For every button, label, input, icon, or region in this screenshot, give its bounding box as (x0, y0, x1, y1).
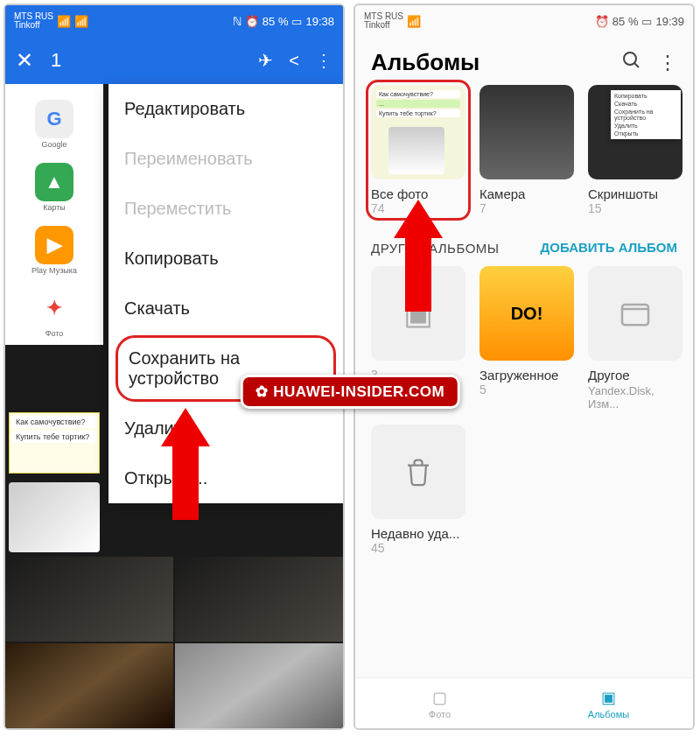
battery-text: 85 % (612, 15, 639, 28)
svg-line-1 (634, 63, 639, 67)
album-other[interactable]: Другое Yandex.Disk, Изм... (588, 266, 682, 411)
google-icon: G (35, 100, 74, 138)
photo-icon: ▢ (432, 688, 447, 707)
photo-grid (5, 557, 343, 728)
album-thumbnail: Копировать Скачать Сохранить на устройст… (588, 85, 682, 179)
annotation-arrow (394, 200, 443, 313)
selection-toolbar: ✕ 1 ✈ < ⋮ (5, 37, 343, 84)
cat-thumbnail[interactable] (9, 482, 100, 552)
add-album-button[interactable]: ДОБАВИТЬ АЛЬБОМ (541, 240, 677, 256)
photo-thumbnail[interactable] (5, 557, 173, 642)
album-title: Другое (588, 368, 682, 383)
album-recently-deleted[interactable]: Недавно уда... 45 (371, 425, 466, 555)
album-count: 5 (480, 383, 574, 397)
svg-rect-2 (622, 305, 648, 325)
app-photos[interactable]: ✦ Фото (5, 282, 103, 345)
annotation-arrow (161, 408, 210, 522)
album-count: 15 (588, 201, 682, 215)
album-title: Камера (480, 186, 574, 201)
album-title: Загруженное (480, 368, 574, 383)
phone-left: MTS RUS Tinkoff 📶 📶 ℕ ⏰ 85 % ▭ 19:38 ✕ 1… (4, 4, 345, 730)
photo-thumbnail[interactable] (175, 557, 343, 642)
menu-open[interactable]: Открыть... (108, 453, 343, 503)
nfc-icon: ℕ (233, 15, 242, 28)
albums-header: Альбомы ⋮ (355, 37, 693, 85)
menu-move[interactable]: Переместить (108, 184, 343, 234)
photos-icon: ✦ (35, 289, 74, 327)
mini-menu: Копировать Скачать Сохранить на устройст… (611, 90, 681, 139)
apps-column: G Google ▲ Карты ▶ Play Музыка ✦ Фото (5, 84, 103, 345)
share-icon[interactable]: < (289, 51, 299, 71)
selection-count: 1 (51, 49, 242, 72)
bottom-nav: ▢ Фото ▣ Альбомы (355, 677, 693, 728)
signal-icon: 📶 (407, 15, 421, 28)
trash-icon (371, 425, 466, 519)
album-all-photos[interactable]: Как самочувствие? ... Купить тебе тортик… (371, 85, 466, 215)
close-icon[interactable]: ✕ (16, 48, 33, 73)
app-play-music[interactable]: ▶ Play Музыка (5, 219, 103, 282)
play-music-icon: ▶ (35, 226, 74, 264)
menu-edit[interactable]: Редактировать (108, 84, 343, 134)
albums-icon: ▣ (601, 688, 616, 707)
menu-copy[interactable]: Копировать (108, 234, 343, 284)
album-thumbnail (480, 266, 574, 361)
albums-row: Как самочувствие? ... Купить тебе тортик… (355, 85, 693, 215)
album-thumbnail: Как самочувствие? ... Купить тебе тортик… (371, 85, 466, 179)
wifi-icon: 📶 (74, 15, 88, 28)
context-menu: Редактировать Переименовать Переместить … (108, 84, 343, 503)
more-icon[interactable]: ⋮ (658, 52, 677, 74)
battery-text: 85 % (262, 15, 289, 28)
app-google[interactable]: G Google (5, 93, 103, 156)
alarm-icon: ⏰ (245, 15, 259, 28)
album-camera[interactable]: Камера 7 (480, 85, 574, 215)
huawei-logo-icon: ✿ (256, 383, 269, 401)
photo-thumbnail[interactable] (175, 643, 343, 728)
carrier-2: Tinkoff (14, 21, 53, 30)
photo-thumbnail[interactable] (5, 643, 173, 728)
album-title: Недавно уда... (371, 526, 466, 541)
album-subtitle: Yandex.Disk, Изм... (588, 384, 682, 411)
battery-icon: ▭ (641, 15, 652, 28)
status-bar: MTS RUS Tinkoff 📶 📶 ℕ ⏰ 85 % ▭ 19:38 (5, 5, 343, 37)
chat-thumbnail[interactable]: Как самочувствие? Купить тебе тортик? (9, 412, 100, 474)
more-icon[interactable]: ⋮ (315, 50, 332, 71)
svg-point-0 (624, 53, 636, 65)
status-bar: MTS RUS Tinkoff 📶 ⏰ 85 % ▭ 19:39 (355, 5, 693, 37)
menu-download[interactable]: Скачать (108, 284, 343, 333)
menu-delete[interactable]: Удалить (108, 404, 343, 453)
signal-icon: 📶 (57, 15, 71, 28)
tab-albums[interactable]: ▣ Альбомы (524, 678, 693, 728)
watermark-badge: ✿HUAWEI-INSIDER.COM (241, 375, 460, 409)
phone-right: MTS RUS Tinkoff 📶 ⏰ 85 % ▭ 19:39 Альбомы… (354, 4, 695, 730)
airplane-icon[interactable]: ✈ (258, 50, 273, 71)
battery-icon: ▭ (291, 15, 302, 28)
folder-icon (588, 266, 682, 361)
album-count: 7 (480, 201, 574, 215)
carrier-2: Tinkoff (364, 21, 403, 30)
album-title: Скриншоты (588, 186, 682, 201)
tab-photos[interactable]: ▢ Фото (355, 678, 524, 728)
album-downloaded[interactable]: Загруженное 5 (480, 266, 574, 411)
maps-icon: ▲ (35, 163, 74, 201)
page-title: Альбомы (371, 49, 606, 76)
menu-rename[interactable]: Переименовать (108, 134, 343, 184)
clock: 19:39 (655, 15, 684, 28)
album-count: 45 (371, 541, 466, 555)
album-screenshots[interactable]: Копировать Скачать Сохранить на устройст… (588, 85, 682, 215)
search-icon[interactable] (621, 50, 642, 76)
app-maps[interactable]: ▲ Карты (5, 156, 103, 219)
alarm-icon: ⏰ (595, 15, 609, 28)
album-thumbnail (480, 85, 574, 179)
clock: 19:38 (305, 15, 334, 28)
